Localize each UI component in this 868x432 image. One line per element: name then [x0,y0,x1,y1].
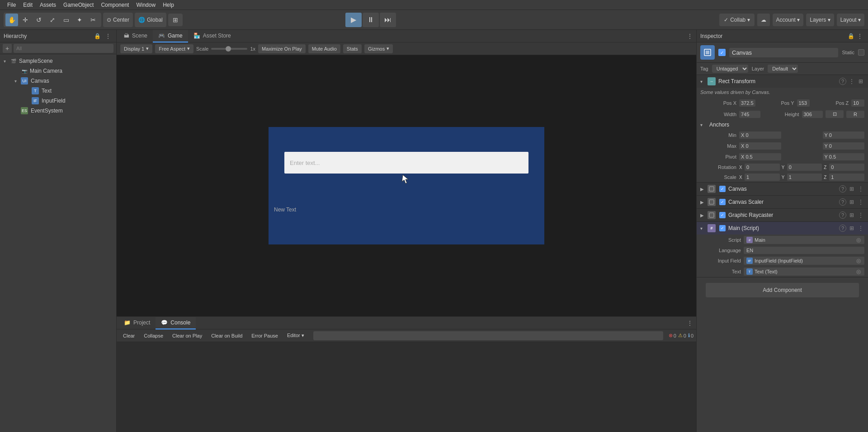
menu-window[interactable]: Window [132,0,159,10]
hierarchy-add-button[interactable]: + [3,44,12,53]
canvas-component-header[interactable]: ▶ ✓ Canvas ? ⊞ ⋮ [697,183,868,195]
text-field-link-icon[interactable]: ◎ [855,268,862,275]
console-clear-on-play-btn[interactable]: Clear on Play [169,331,206,340]
inspector-lock-icon[interactable]: 🔒 [846,32,855,41]
console-search-input[interactable] [313,331,663,340]
scale-y-val[interactable]: 1 [787,174,822,181]
stats-btn[interactable]: Stats [343,44,362,53]
hierarchy-item-eventsystem[interactable]: ▶ ES EventSystem [0,106,116,116]
tab-assetstore[interactable]: 🏪 Asset Store [188,30,236,42]
pivot-y[interactable]: Y 0.5 [823,153,865,160]
main-script-more-icon[interactable]: ⋮ [857,225,864,232]
canvas-scaler-help-icon[interactable]: ? [839,198,846,206]
console-clear-on-build-btn[interactable]: Clear on Build [208,331,246,340]
anchors-min-y[interactable]: Y 0 [823,131,865,139]
account-button[interactable]: Account ▾ [773,14,804,26]
snap-btn[interactable]: ⊞ [168,14,183,26]
pivot-x[interactable]: X 0.5 [739,153,781,160]
graphic-raycaster-help-icon[interactable]: ? [839,211,846,219]
canvas-comp-help-icon[interactable]: ? [839,185,846,193]
rotation-y-val[interactable]: 0 [787,164,822,171]
tab-project[interactable]: 📁 Project [118,317,156,329]
hierarchy-search-input[interactable] [14,44,113,53]
center-toggle[interactable]: ⊙ Center [103,13,133,27]
hierarchy-item-inputfield[interactable]: ▶ IF InputField [0,96,116,106]
menu-file[interactable]: File [4,0,19,10]
step-button[interactable]: ⏭ [380,13,396,27]
input-field-link-icon[interactable]: ◎ [855,258,862,264]
hierarchy-item-maincamera[interactable]: ▶ 📷 Main Camera [0,66,116,76]
scale-tool[interactable]: ⤢ [46,14,59,26]
pos-x-value[interactable]: 372.5 [739,99,755,107]
anchors-min-x[interactable]: X 0 [739,131,781,139]
anchors-max-y[interactable]: Y 0 [823,142,865,150]
display-select[interactable]: Display 1 ▾ [120,44,152,53]
game-input-field[interactable]: Enter text... [284,152,528,174]
canvas-comp-checkbox[interactable]: ✓ [719,186,726,192]
transform-tool[interactable]: ✦ [73,14,86,26]
menu-help[interactable]: Help [159,0,178,10]
hierarchy-item-canvas[interactable]: ▾ UI Canvas [0,76,116,86]
obj-enabled-checkbox[interactable]: ✓ [718,49,726,56]
rect-transform-settings-icon[interactable]: ⋮ [848,78,855,85]
script-value[interactable]: # Main ◎ [744,236,864,244]
hierarchy-item-samplescene[interactable]: ▾ 🎬 SampleScene ⋮ [0,56,116,66]
tab-game[interactable]: 🎮 Game [153,30,188,42]
mute-audio[interactable]: Mute Audio [308,44,340,53]
hierarchy-options-icon[interactable]: ⋮ [104,32,113,41]
main-script-help-icon[interactable]: ? [839,225,846,232]
graphic-raycaster-more-icon[interactable]: ⋮ [857,211,864,219]
aspect-select[interactable]: Free Aspect ▾ [155,44,193,53]
rect-transform-help-icon[interactable]: ? [839,78,846,85]
main-script-settings-icon[interactable]: ⊞ [848,225,855,232]
console-error-pause-btn[interactable]: Error Pause [248,331,282,340]
width-value[interactable]: 745 [739,111,760,118]
menu-assets[interactable]: Assets [36,0,60,10]
scale-x-val[interactable]: 1 [745,174,780,181]
scale-slider[interactable] [211,48,247,50]
wh-icon-2[interactable]: R [846,111,864,118]
center-options-icon[interactable]: ⋮ [685,32,694,41]
rect-tool[interactable]: ▭ [60,14,72,26]
tab-console[interactable]: 💬 Console [156,317,196,329]
rotation-x-val[interactable]: 0 [745,164,780,171]
height-value[interactable]: 306 [802,111,823,118]
gizmos-btn[interactable]: Gizmos ▾ [364,44,393,53]
rotate-tool[interactable]: ↺ [33,14,45,26]
obj-name-input[interactable] [729,48,838,57]
console-collapse-btn[interactable]: Collapse [140,331,167,340]
hand-tool[interactable]: ✋ [5,14,18,26]
layer-select[interactable]: Default [768,65,798,73]
language-value[interactable]: EN [744,247,864,254]
canvas-scaler-more-icon[interactable]: ⋮ [857,198,864,206]
scale-z-val[interactable]: 1 [829,174,864,181]
bottom-options-icon[interactable]: ⋮ [685,319,694,328]
menu-gameobject[interactable]: GameObject [60,0,97,10]
global-toggle[interactable]: 🌐 Global [135,13,166,27]
rect-transform-more-icon[interactable]: ⊞ [857,78,864,85]
hierarchy-item-text[interactable]: ▶ T Text [0,86,116,96]
cloud-button[interactable]: ☁ [757,14,770,26]
canvas-comp-settings-icon[interactable]: ⊞ [848,185,855,193]
graphic-raycaster-header[interactable]: ▶ ✓ Graphic Raycaster ? ⊞ ⋮ [697,209,868,221]
tag-select[interactable]: Untagged [712,65,748,73]
console-editor-btn[interactable]: Editor ▾ [283,331,308,340]
layout-button[interactable]: Layout ▾ [837,14,864,26]
add-component-button[interactable]: Add Component [706,283,859,297]
maximize-on-play[interactable]: Maximize On Play [258,44,306,53]
canvas-scaler-header[interactable]: ▶ ✓ Canvas Scaler ? ⊞ ⋮ [697,196,868,208]
graphic-raycaster-checkbox[interactable]: ✓ [719,212,726,218]
canvas-scaler-settings-icon[interactable]: ⊞ [848,198,855,206]
tab-scene[interactable]: 🏔 Scene [118,30,153,42]
layers-button[interactable]: Layers ▾ [806,14,834,26]
pos-y-value[interactable]: 153 [797,99,810,107]
console-clear-btn[interactable]: Clear [119,331,138,340]
pos-z-value[interactable]: 10 [851,99,864,107]
graphic-raycaster-settings-icon[interactable]: ⊞ [848,211,855,219]
hierarchy-lock-icon[interactable]: 🔒 [93,32,102,41]
inspector-options-icon[interactable]: ⋮ [855,32,864,41]
play-button[interactable]: ▶ [345,13,362,27]
main-script-checkbox[interactable]: ✓ [719,225,726,231]
anchors-max-x[interactable]: X 0 [739,142,781,150]
text-field-value[interactable]: T Text (Text) ◎ [744,268,864,276]
